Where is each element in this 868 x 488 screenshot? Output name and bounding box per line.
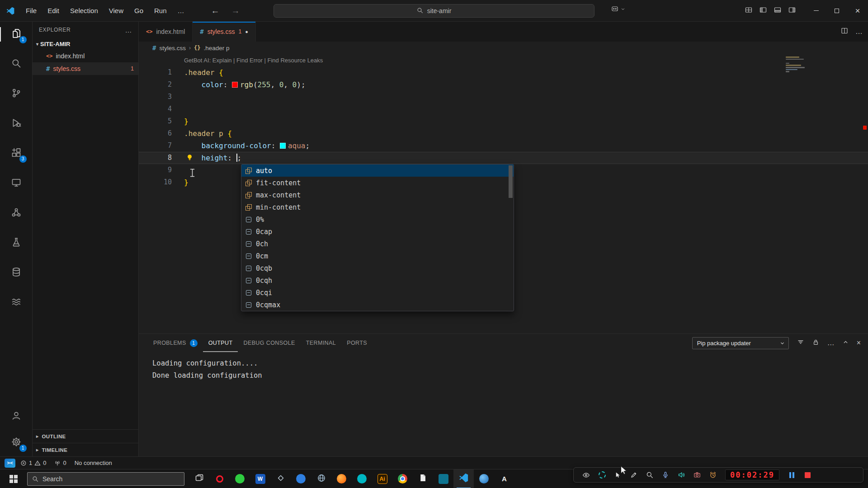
speaker-icon[interactable]	[673, 471, 689, 479]
taskbar-app-chrome[interactable]	[392, 469, 413, 488]
suggestion-max-content[interactable]: max-content	[241, 189, 514, 201]
taskbar-app-vscode[interactable]	[453, 469, 474, 488]
output-channel-dropdown[interactable]: Pip package updater	[692, 337, 789, 349]
tab-styles.css[interactable]: #styles.css1●	[193, 22, 256, 42]
breadcrumb-symbol[interactable]: .header p	[203, 45, 229, 52]
activity-search[interactable]	[0, 54, 33, 74]
taskbar-extra-app[interactable]: A	[494, 469, 514, 488]
panel-tab-output[interactable]: OUTPUT	[203, 334, 238, 352]
codelens-actions[interactable]: GetBot AI: Explain | Find Error | Find R…	[184, 54, 323, 66]
suggestion-auto[interactable]: auto	[241, 164, 514, 177]
menu-file[interactable]: File	[21, 5, 42, 17]
menu-edit[interactable]: Edit	[42, 5, 64, 17]
toggle-sidebar-icon[interactable]	[760, 6, 767, 15]
close-button[interactable]: ×	[847, 0, 868, 22]
taskbar-app-app-blue[interactable]	[291, 469, 311, 488]
minimap[interactable]	[786, 56, 807, 72]
taskbar-app-illustrator[interactable]: Ai	[372, 469, 392, 488]
lightbulb-icon[interactable]	[186, 154, 193, 163]
toggle-panel-icon[interactable]	[774, 6, 781, 15]
filter-output-icon[interactable]	[797, 338, 804, 347]
suggestion-min-content[interactable]: min-content	[241, 201, 514, 213]
activity-testing[interactable]	[0, 233, 33, 253]
split-editor-icon[interactable]	[841, 27, 848, 36]
file-item-index.html[interactable]: <>index.html	[33, 50, 138, 62]
alarm-clock-icon[interactable]	[705, 471, 721, 479]
taskbar-app-browser-blue[interactable]	[474, 469, 494, 488]
panel-tab-debug-console[interactable]: DEBUG CONSOLE	[238, 334, 300, 352]
taskbar-app-app-teal-square[interactable]	[433, 469, 453, 488]
color-swatch[interactable]	[232, 82, 238, 88]
customize-layout-icon[interactable]	[745, 6, 752, 15]
remote-indicator[interactable]: ><	[5, 459, 15, 468]
activity-database[interactable]	[0, 263, 33, 283]
command-center-search[interactable]: site-amir	[274, 4, 594, 18]
suggestion-0cqb[interactable]: 0cqb	[241, 262, 514, 274]
ports-status[interactable]: 0	[51, 457, 69, 469]
taskbar-app-app-teal[interactable]	[352, 469, 372, 488]
activity-organization[interactable]	[0, 203, 33, 223]
maximize-button[interactable]	[826, 0, 847, 22]
menu-more[interactable]: …	[173, 5, 189, 17]
suggestion-0cqh[interactable]: 0cqh	[241, 274, 514, 286]
code-editor[interactable]: GetBot AI: Explain | Find Error | Find R…	[139, 54, 868, 333]
suggestion-0ch[interactable]: 0ch	[241, 238, 514, 250]
toggle-secondary-sidebar-icon[interactable]	[788, 6, 796, 15]
taskbar-app-app-green[interactable]	[230, 469, 250, 488]
taskbar-search[interactable]: Search	[27, 472, 184, 486]
section-timeline[interactable]: ▸ TIMELINE	[33, 443, 138, 456]
panel-more-actions-icon[interactable]: …	[827, 339, 835, 347]
panel-tab-problems[interactable]: PROBLEMS1	[148, 334, 203, 352]
explorer-more-actions-icon[interactable]: …	[125, 26, 132, 34]
color-swatch[interactable]	[280, 143, 286, 149]
start-button[interactable]	[4, 469, 24, 488]
taskbar-app-word[interactable]: W	[250, 469, 270, 488]
taskbar-app-app-diamond[interactable]	[270, 469, 291, 488]
activity-extensions[interactable]: 3	[0, 144, 33, 164]
stop-recording-button[interactable]	[800, 472, 816, 478]
activity-run-debug[interactable]	[0, 114, 33, 134]
suggestion-0%[interactable]: 0%	[241, 213, 514, 225]
magnifier-tool-icon[interactable]	[642, 471, 657, 479]
file-item-styles.css[interactable]: #styles.css1	[33, 62, 138, 75]
back-button[interactable]: ←	[211, 6, 220, 16]
activity-layers[interactable]	[0, 293, 33, 313]
minimize-button[interactable]	[806, 0, 826, 22]
suggestion-0cm[interactable]: 0cm	[241, 250, 514, 262]
activity-settings[interactable]: 1	[0, 433, 33, 453]
close-panel-icon[interactable]: ×	[857, 339, 861, 347]
maximize-panel-icon[interactable]	[843, 339, 849, 347]
editor-more-actions-icon[interactable]: …	[855, 28, 863, 36]
taskbar-app-app-globe[interactable]	[311, 469, 331, 488]
taskbar-app-task-view[interactable]	[189, 469, 209, 488]
suggestion-0cqi[interactable]: 0cqi	[241, 286, 514, 299]
suggestion-0cap[interactable]: 0cap	[241, 225, 514, 238]
menu-view[interactable]: View	[104, 5, 128, 17]
activity-account[interactable]	[0, 407, 33, 427]
pause-recording-button[interactable]	[784, 472, 800, 478]
connection-status[interactable]: No connection	[71, 457, 115, 469]
copilot-button[interactable]	[611, 5, 625, 13]
webcam-icon[interactable]	[689, 471, 705, 479]
taskbar-app-browser-red[interactable]	[209, 469, 230, 488]
menu-go[interactable]: Go	[129, 5, 148, 17]
taskbar-app-notes[interactable]	[413, 469, 433, 488]
problems-status[interactable]: 1 0	[17, 457, 49, 469]
lock-scroll-icon[interactable]	[812, 339, 819, 347]
folder-site-amir[interactable]: ▾ SITE-AMIR	[33, 38, 138, 50]
tab-index.html[interactable]: <>index.html	[139, 22, 193, 42]
menu-selection[interactable]: Selection	[65, 5, 103, 17]
region-select-icon[interactable]	[594, 471, 610, 479]
breadcrumb-file[interactable]: styles.css	[159, 45, 186, 52]
activity-source-control[interactable]	[0, 84, 33, 104]
activity-explorer[interactable]: 1	[0, 24, 33, 44]
suggest-scrollbar[interactable]	[509, 165, 513, 198]
suggestion-0cqmax[interactable]: 0cqmax	[241, 299, 514, 311]
panel-tab-terminal[interactable]: TERMINAL	[301, 334, 341, 352]
microphone-icon[interactable]	[657, 471, 673, 479]
menu-run[interactable]: Run	[149, 5, 172, 17]
activity-remote-monitor[interactable]	[0, 174, 33, 193]
suggestion-fit-content[interactable]: fit-content	[241, 177, 514, 189]
eye-icon[interactable]	[578, 471, 594, 479]
panel-tab-ports[interactable]: PORTS	[341, 334, 373, 352]
